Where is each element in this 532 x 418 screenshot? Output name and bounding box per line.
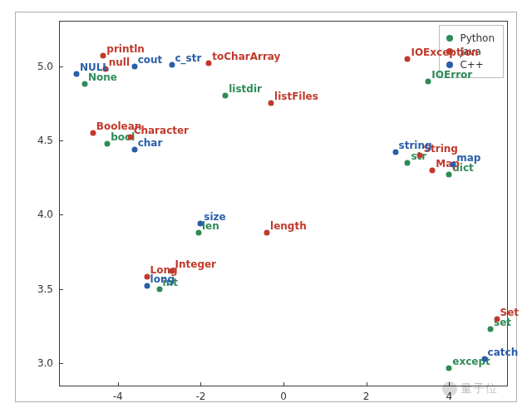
point-label: None [88, 72, 117, 82]
point-label: IOException [411, 47, 478, 57]
ytick-label: 4.5 [37, 135, 53, 146]
circle-icon [446, 35, 453, 42]
scatter-point [90, 130, 96, 136]
scatter-point [264, 229, 270, 235]
scatter-point [488, 327, 494, 332]
scatter-point [446, 365, 452, 371]
scatter-point [169, 61, 175, 67]
scatter-point [105, 140, 111, 146]
scatter-point [144, 283, 150, 289]
ytick-label: 3.5 [37, 283, 53, 295]
point-label: Set [500, 307, 520, 317]
watermark: 量子位 [442, 381, 498, 396]
point-label: NULL [80, 62, 109, 72]
point-label: println [106, 44, 145, 54]
ytick [59, 214, 63, 215]
point-label: IOError [431, 70, 472, 80]
xtick-label: -4 [113, 391, 123, 402]
point-label: length [270, 221, 307, 231]
xtick [367, 382, 367, 386]
scatter-point [198, 221, 204, 227]
scatter-point [81, 81, 87, 87]
point-label: c_str [175, 53, 202, 63]
ytick [59, 363, 63, 364]
scatter-point [131, 63, 137, 69]
scatter-point [127, 135, 133, 140]
ytick-label: 4.0 [37, 209, 53, 220]
xtick-label: 2 [363, 391, 370, 402]
point-label: char [138, 138, 163, 148]
figure-frame: Python Java C++ -4-20243.03.54.04.55.0No… [15, 12, 517, 402]
ytick [59, 66, 63, 67]
xtick-label: 0 [280, 391, 287, 402]
point-label: size [204, 212, 225, 222]
ytick [59, 289, 63, 290]
xtick [283, 382, 284, 386]
scatter-point [195, 229, 201, 235]
legend-label: Python [460, 32, 495, 44]
plot-axes: Python Java C++ -4-20243.03.54.04.55.0No… [59, 21, 508, 386]
ytick-label: 5.0 [37, 61, 53, 72]
scatter-point [144, 274, 150, 280]
point-label: cout [138, 55, 163, 65]
point-label: Integer [175, 259, 217, 269]
scatter-point [481, 356, 487, 361]
scatter-point [268, 101, 274, 106]
point-label: toCharArray [212, 52, 280, 61]
point-label: listFiles [274, 91, 318, 101]
xtick-label: -2 [195, 391, 205, 402]
circle-icon [446, 61, 453, 68]
ytick-label: 3.0 [37, 357, 53, 369]
xtick [200, 382, 201, 386]
scatter-point [417, 152, 423, 158]
scatter-point [73, 71, 79, 76]
scatter-point [206, 61, 212, 66]
scatter-point [405, 160, 411, 165]
scatter-point [131, 146, 137, 152]
scatter-point [392, 150, 398, 155]
xtick [118, 382, 119, 386]
scatter-point [156, 286, 162, 292]
point-label: map [456, 153, 480, 163]
scatter-point [451, 161, 456, 167]
scatter-point [223, 93, 229, 99]
scatter-point [430, 167, 436, 173]
point-label: Character [134, 125, 189, 135]
ytick [59, 140, 63, 141]
scatter-point [405, 56, 411, 61]
point-label: catch [488, 347, 519, 357]
scatter-point [426, 78, 431, 84]
scatter-point [101, 53, 106, 59]
point-label: long [150, 274, 175, 284]
watermark-text: 量子位 [461, 381, 498, 396]
logo-icon [442, 381, 457, 396]
legend-item-python: Python [446, 32, 495, 44]
point-label: null [109, 57, 130, 67]
scatter-point [494, 316, 500, 322]
scatter-point [446, 172, 452, 178]
point-label: listdir [229, 84, 262, 94]
point-label: string [399, 140, 432, 150]
